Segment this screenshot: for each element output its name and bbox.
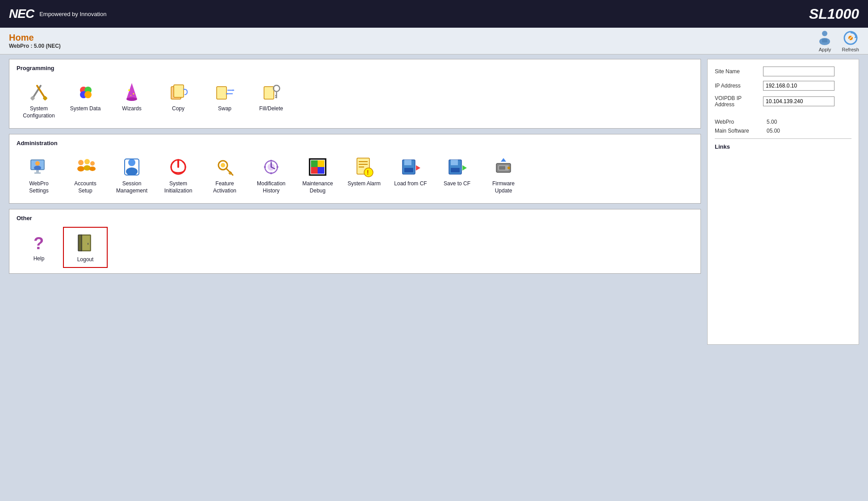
copy-item[interactable]: Copy (156, 77, 201, 123)
svg-rect-56 (264, 166, 266, 168)
svg-rect-2 (822, 39, 827, 42)
maintenance-debug-item[interactable]: MaintenanceDebug (295, 152, 340, 198)
system-initialization-label: SystemInitialization (164, 180, 193, 194)
webpro-settings-icon (27, 155, 50, 179)
firmware-update-item[interactable]: FirmwareUpdate (481, 152, 526, 198)
save-to-cf-label: Save to CF (444, 180, 470, 188)
feature-activation-item[interactable]: FeatureActivation (202, 152, 247, 198)
svg-point-15 (126, 97, 137, 101)
site-name-row: Site Name (715, 67, 851, 76)
system-data-item[interactable]: System Data (63, 77, 108, 123)
load-from-cf-item[interactable]: Load from CF (388, 152, 433, 198)
session-management-item[interactable]: SessionManagement (109, 152, 154, 198)
administration-grid: WebProSettings Acc (17, 152, 693, 198)
svg-text:!: ! (367, 169, 369, 176)
svg-point-16 (128, 89, 130, 91)
svg-rect-80 (499, 166, 505, 170)
svg-point-33 (35, 161, 40, 166)
ip-address-label: IP Address (715, 83, 759, 89)
svg-rect-71 (404, 168, 413, 172)
nec-logo: NEC (9, 7, 34, 21)
main-layout: Programming SystemConfiguration (0, 54, 868, 349)
system-alarm-item[interactable]: ! System Alarm (342, 152, 386, 198)
system-alarm-icon: ! (352, 155, 376, 179)
voipdb-row: VOIPDB IPAddress (715, 95, 851, 108)
load-from-cf-icon (399, 155, 422, 179)
refresh-icon (843, 30, 859, 46)
divider (715, 138, 851, 139)
webpro-value: 5.00 (767, 119, 777, 125)
svg-rect-20 (174, 85, 184, 97)
other-title: Other (17, 215, 693, 221)
svg-point-37 (84, 159, 90, 164)
ip-address-input[interactable] (763, 81, 834, 91)
toolbar: Home WebPro : 5.00 (NEC) Apply (0, 28, 868, 54)
accounts-setup-icon (74, 155, 97, 179)
accounts-setup-label: AccountsSetup (74, 180, 96, 194)
header-model: SL1000 (809, 6, 859, 22)
webpro-settings-label: WebProSettings (29, 180, 48, 194)
svg-rect-74 (451, 160, 458, 165)
feature-activation-icon (213, 155, 236, 179)
logout-item[interactable]: Logout (63, 227, 108, 268)
svg-point-26 (273, 85, 280, 92)
header-tagline: Empowered by Innovation (39, 11, 106, 17)
apply-button[interactable]: Apply (817, 30, 833, 52)
svg-rect-57 (277, 166, 278, 168)
voipdb-input[interactable] (763, 96, 834, 106)
main-software-value: 05.00 (767, 128, 780, 134)
page-title: Home (9, 33, 61, 43)
help-icon: ? (27, 230, 50, 254)
main-software-label: Main Software (715, 128, 759, 134)
save-to-cf-item[interactable]: Save to CF (435, 152, 479, 198)
svg-marker-14 (126, 83, 137, 99)
refresh-button[interactable]: Refresh (842, 30, 859, 52)
svg-rect-70 (404, 160, 411, 165)
system-configuration-item[interactable]: SystemConfiguration (17, 77, 61, 123)
system-initialization-icon (167, 155, 190, 179)
header-left: NEC Empowered by Innovation (9, 7, 106, 21)
maintenance-debug-icon (306, 155, 329, 179)
webpro-settings-item[interactable]: WebProSettings (17, 152, 61, 198)
svg-point-40 (89, 167, 96, 171)
svg-marker-21 (184, 88, 185, 90)
firmware-update-icon (492, 155, 515, 179)
main-software-row: Main Software 05.00 (715, 128, 851, 134)
svg-line-6 (33, 86, 41, 98)
site-name-input[interactable] (763, 67, 834, 76)
svg-marker-81 (501, 158, 506, 162)
svg-text:?: ? (34, 234, 44, 253)
help-item[interactable]: ? Help (17, 227, 61, 268)
refresh-label: Refresh (842, 47, 859, 52)
svg-point-42 (126, 167, 138, 175)
svg-point-39 (90, 161, 95, 166)
accounts-setup-item[interactable]: AccountsSetup (63, 152, 108, 198)
fill-delete-item[interactable]: Fill/Delete (249, 77, 294, 123)
svg-point-18 (130, 95, 131, 96)
svg-point-79 (507, 167, 510, 169)
wizards-item[interactable]: Wizards (109, 77, 154, 123)
copy-icon (167, 80, 190, 104)
svg-marker-76 (462, 165, 467, 171)
svg-marker-72 (416, 165, 420, 171)
logout-label: Logout (77, 256, 94, 263)
svg-point-46 (221, 163, 225, 167)
svg-rect-60 (318, 160, 324, 167)
administration-section: Administration WebProSettings (9, 134, 701, 204)
save-to-cf-icon (445, 155, 469, 179)
svg-rect-54 (270, 160, 272, 162)
apply-icon (817, 30, 833, 46)
help-label: Help (34, 255, 45, 263)
voipdb-label: VOIPDB IPAddress (715, 95, 759, 108)
modification-history-item[interactable]: ModificationHistory (249, 152, 294, 198)
webpro-label: WebPro (715, 119, 759, 125)
load-from-cf-label: Load from CF (394, 180, 427, 188)
system-initialization-item[interactable]: SystemInitialization (156, 152, 201, 198)
fill-delete-icon (260, 80, 283, 104)
swap-item[interactable]: Swap (202, 77, 247, 123)
left-panel: Programming SystemConfiguration (9, 59, 701, 345)
programming-title: Programming (17, 65, 693, 71)
system-data-icon (74, 80, 97, 104)
links-title: Links (715, 143, 851, 150)
right-panel: Site Name IP Address VOIPDB IPAddress We… (707, 59, 859, 345)
